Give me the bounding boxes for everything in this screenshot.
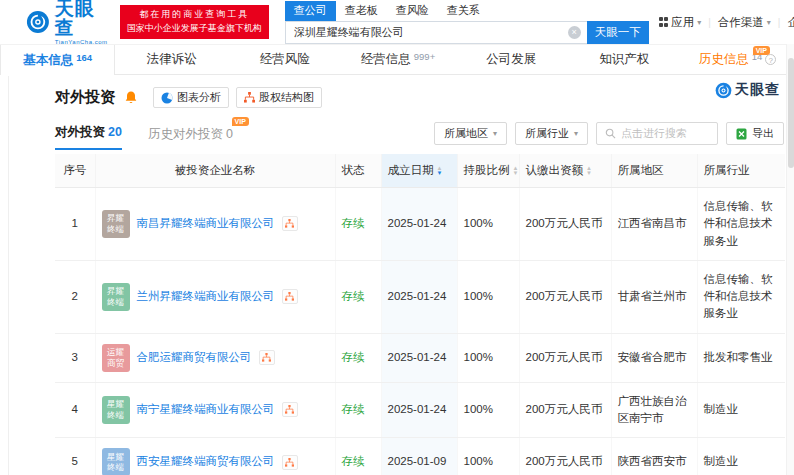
table-header: 序号 被投资企业名称 状态 成立日期▲▼ 持股比例▲▼ 认缴出资额▲▼ 所属地区… — [55, 154, 785, 188]
region-cell: 甘肃省兰州市 — [611, 260, 697, 333]
status-cell: 存续 — [335, 260, 381, 333]
nav-apps[interactable]: 应用 ▾ — [659, 15, 702, 30]
company-name-link[interactable]: 南昌昇耀终端商业有限公司 — [137, 215, 275, 232]
subscribed-capital-cell: 200万元人民币 — [519, 333, 611, 382]
org-chart-icon — [244, 92, 255, 103]
subtab-outbound-investment[interactable]: 对外投资20 — [55, 124, 122, 150]
company-tabbar: 基本信息164 法律诉讼 经营风险 经营信息999+ 公司发展 知识产权 VIP… — [0, 44, 794, 75]
table-toolbar: 所属地区 ▾ 所属行业 ▾ 点击进行搜索 — [434, 122, 784, 150]
tab-intellectual-property[interactable]: 知识产权 — [568, 45, 681, 74]
status-cell: 存续 — [335, 188, 381, 261]
company-name-link[interactable]: 合肥运耀商贸有限公司 — [137, 349, 252, 366]
scrollbar-thumb[interactable] — [788, 58, 794, 168]
subscribed-capital-cell: 200万元人民币 — [519, 260, 611, 333]
subtab-history-investment[interactable]: VIP 历史对外投资0 — [148, 126, 233, 150]
col-header-status: 状态 — [335, 154, 381, 188]
clear-icon[interactable]: × — [568, 26, 581, 39]
tab-company-development[interactable]: 公司发展 — [455, 45, 568, 74]
nav-partner-channel[interactable]: 合作渠道 ▾ — [718, 15, 771, 30]
industry-filter-dropdown[interactable]: 所属行业 ▾ — [515, 122, 588, 145]
col-header-established-date[interactable]: 成立日期▲▼ — [381, 154, 457, 188]
sort-icon[interactable]: ▲▼ — [586, 166, 592, 176]
promo-badge: 都在用的商业查询工具 国家中小企业发展子基金旗下机构 — [120, 5, 269, 39]
equity-structure-icon[interactable] — [282, 402, 298, 417]
table-row: 4星耀终端南宁星耀终端商业有限公司存续2025-01-24100%200万元人民… — [55, 382, 785, 438]
share-ratio-cell: 100% — [457, 382, 519, 438]
company-name-link[interactable]: 兰州昇耀终端商业有限公司 — [137, 288, 275, 305]
equity-structure-icon[interactable] — [259, 350, 275, 365]
company-name-link[interactable]: 南宁星耀终端商业有限公司 — [137, 401, 275, 418]
company-cell: 昇耀终端兰州昇耀终端商业有限公司 — [95, 260, 335, 333]
chart-analysis-button[interactable]: 图表分析 — [153, 87, 229, 108]
tab-operating-risk[interactable]: 经营风险 — [228, 45, 341, 74]
established-date-cell: 2025-01-24 — [381, 382, 457, 438]
status-badge: 存续 — [342, 217, 365, 229]
search-tab-boss[interactable]: 查老板 — [336, 1, 387, 21]
region-cell: 陕西省西安市 — [611, 438, 697, 475]
tianyancha-watermark: 天眼查 — [715, 81, 780, 99]
subscribed-capital-cell: 200万元人民币 — [519, 188, 611, 261]
sort-icon[interactable]: ▲▼ — [437, 166, 443, 176]
app-grid-icon — [659, 17, 669, 27]
equity-structure-icon[interactable] — [282, 289, 298, 304]
row-index: 2 — [55, 260, 95, 333]
page-scrollbar[interactable] — [786, 44, 794, 475]
org-chart-icon — [285, 458, 294, 467]
search-input[interactable] — [285, 21, 587, 44]
section-title: 对外投资 — [55, 88, 115, 107]
col-header-industry: 所属行业 — [697, 154, 785, 188]
subscribed-capital-cell: 200万元人民币 — [519, 438, 611, 475]
table-search-input[interactable]: 点击进行搜索 — [596, 122, 718, 145]
col-header-index: 序号 — [55, 154, 95, 188]
org-chart-icon — [262, 353, 271, 362]
top-nav: 应用 ▾ | 合作渠道 ▾ | 企业级产品 ▾ | 开通会员 ▾ | — [659, 14, 794, 30]
table-row: 1昇耀终端南昌昇耀终端商业有限公司存续2025-01-24100%200万元人民… — [55, 188, 785, 261]
watermark-logo-icon — [715, 82, 732, 99]
company-cell: 星耀终端西安星耀终端商贸有限公司 — [95, 438, 335, 475]
industry-cell: 制造业 — [697, 382, 785, 438]
tab-history-info[interactable]: VIP 历史信息 14 ? — [681, 45, 794, 74]
industry-cell: 制造业 — [697, 438, 785, 475]
search-tab-relation[interactable]: 查关系 — [438, 1, 489, 21]
chevron-down-icon: ▾ — [493, 129, 497, 138]
help-question-icon[interactable]: ? — [765, 54, 776, 65]
status-cell: 存续 — [335, 333, 381, 382]
subscribe-bell-icon[interactable] — [124, 90, 138, 105]
search-tab-risk[interactable]: 查风险 — [387, 1, 438, 21]
logo-swirl-icon — [26, 9, 50, 35]
company-avatar: 昇耀终端 — [102, 210, 130, 238]
pie-chart-icon — [161, 92, 173, 104]
col-header-region: 所属地区 — [611, 154, 697, 188]
company-avatar: 昇耀终端 — [102, 283, 130, 311]
header-search: 查公司 查老板 查风险 查关系 × 天眼一下 — [285, 1, 649, 44]
row-index: 5 — [55, 438, 95, 475]
sort-icon[interactable]: ▲▼ — [513, 166, 519, 176]
chevron-down-icon: ▾ — [574, 129, 578, 138]
nav-enterprise-products[interactable]: 企业级产品 ▾ — [787, 15, 794, 30]
divider: | — [708, 17, 711, 28]
col-header-subscribed-capital[interactable]: 认缴出资额▲▼ — [519, 154, 611, 188]
tab-basic-info[interactable]: 基本信息164 — [0, 45, 115, 75]
company-cell: 星耀终端南宁星耀终端商业有限公司 — [95, 382, 335, 438]
equity-structure-icon[interactable] — [282, 455, 298, 470]
equity-structure-icon[interactable] — [282, 216, 298, 231]
tab-operating-info[interactable]: 经营信息999+ — [341, 45, 454, 74]
status-badge: 存续 — [342, 403, 365, 415]
equity-structure-button[interactable]: 股权结构图 — [236, 87, 322, 108]
row-index: 1 — [55, 188, 95, 261]
company-name-link[interactable]: 西安星耀终端商贸有限公司 — [137, 453, 275, 470]
search-button[interactable]: 天眼一下 — [587, 21, 649, 44]
export-button[interactable]: 导出 — [726, 122, 784, 145]
table-row: 2昇耀终端兰州昇耀终端商业有限公司存续2025-01-24100%200万元人民… — [55, 260, 785, 333]
company-avatar: 星耀终端 — [102, 396, 130, 424]
tianyancha-page: 天眼查 TianYanCha.com 都在用的商业查询工具 国家中小企业发展子基… — [0, 0, 794, 475]
region-cell: 安徽省合肥市 — [611, 333, 697, 382]
search-tab-company[interactable]: 查公司 — [285, 1, 336, 21]
status-cell: 存续 — [335, 438, 381, 475]
company-cell: 昇耀终端南昌昇耀终端商业有限公司 — [95, 188, 335, 261]
divider: | — [778, 17, 781, 28]
region-filter-dropdown[interactable]: 所属地区 ▾ — [434, 122, 507, 145]
tianyancha-logo[interactable]: 天眼查 TianYanCha.com — [26, 0, 110, 45]
col-header-share-ratio[interactable]: 持股比例▲▼ — [457, 154, 519, 188]
tab-legal-litigation[interactable]: 法律诉讼 — [115, 45, 228, 74]
